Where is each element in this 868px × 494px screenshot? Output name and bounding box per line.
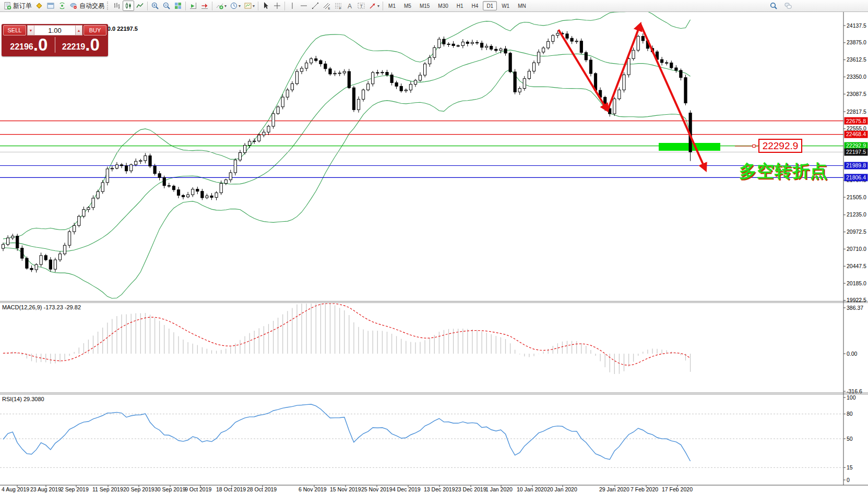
volume-down-button[interactable]: ▼ bbox=[27, 25, 34, 35]
candle bbox=[490, 46, 493, 50]
autotrading-label: 自动交易 bbox=[79, 2, 104, 10]
autotrading-button[interactable]: 自动交易 bbox=[68, 1, 106, 11]
periods-button[interactable]: ▾ bbox=[228, 1, 242, 11]
toolbar-separator bbox=[185, 2, 186, 10]
timeframe-m1[interactable]: M1 bbox=[385, 1, 399, 10]
one-click-trading-panel: SELL ▼ ▲ BUY 22196 .0 22219 .0 bbox=[2, 24, 108, 56]
timeframe-m30[interactable]: M30 bbox=[434, 1, 451, 10]
candle bbox=[44, 256, 47, 260]
vertical-line-button[interactable] bbox=[287, 1, 298, 11]
date-label: 29 Jan 2020 bbox=[599, 486, 629, 492]
add-indicator-button[interactable]: ▾ bbox=[214, 1, 228, 11]
volume-control: ▼ ▲ bbox=[27, 25, 82, 35]
data-window-button[interactable] bbox=[45, 1, 56, 11]
cursor-icon bbox=[261, 2, 270, 10]
time-axis[interactable]: 4 Aug 201923 Aug 20192 Sep 201911 Sep 20… bbox=[2, 485, 693, 492]
buy-button[interactable]: BUY bbox=[84, 25, 106, 35]
candle bbox=[97, 191, 99, 198]
price-flag-label[interactable]: 22292.9 bbox=[758, 139, 802, 153]
search-icon bbox=[769, 2, 778, 10]
candle bbox=[125, 166, 128, 171]
crosshair-button[interactable] bbox=[271, 1, 283, 11]
horizontal-line-button[interactable] bbox=[298, 1, 310, 11]
candle bbox=[566, 34, 568, 38]
candle bbox=[372, 73, 374, 84]
trend-line-button[interactable] bbox=[310, 1, 321, 11]
candle bbox=[281, 97, 284, 107]
candles bbox=[2, 31, 692, 273]
equidistant-channel-button[interactable]: E bbox=[321, 1, 332, 11]
toolbar-separator bbox=[212, 2, 212, 10]
date-label: 2 Sep 2019 bbox=[61, 486, 89, 492]
arrow-objects-button[interactable]: ▾ bbox=[367, 1, 381, 11]
date-label: 30 Sep 2019 bbox=[154, 486, 186, 492]
toolbar-separator bbox=[258, 2, 258, 10]
candle bbox=[461, 42, 464, 46]
timeframe-mn[interactable]: MN bbox=[514, 1, 530, 10]
timeframe-m5[interactable]: M5 bbox=[400, 1, 415, 10]
buy-price[interactable]: 22219 .0 bbox=[55, 35, 107, 54]
candle bbox=[168, 186, 170, 186]
macd-label: MACD(12,26,9) -173.23 -29.82 bbox=[2, 304, 81, 310]
candle bbox=[192, 189, 194, 195]
sell-price[interactable]: 22196 .0 bbox=[3, 35, 55, 54]
candle bbox=[589, 60, 592, 74]
svg-text:24137.5: 24137.5 bbox=[847, 22, 866, 29]
auto-scroll-button[interactable] bbox=[187, 1, 199, 11]
chart-area[interactable]: 24137.523875.023612.523350.023087.522817… bbox=[0, 12, 868, 494]
date-label: 18 Oct 2019 bbox=[216, 486, 246, 492]
new-order-button[interactable]: 新订单 bbox=[2, 1, 33, 11]
timeframe-w1[interactable]: W1 bbox=[498, 1, 513, 10]
candle bbox=[585, 53, 587, 60]
line-chart-button[interactable] bbox=[134, 1, 146, 11]
candle bbox=[381, 73, 384, 73]
candle bbox=[172, 186, 175, 190]
candle bbox=[509, 53, 512, 72]
candle bbox=[16, 236, 19, 248]
sell-button[interactable]: SELL bbox=[3, 25, 26, 35]
text-button[interactable]: A bbox=[344, 1, 355, 11]
candle bbox=[26, 258, 28, 268]
search-button[interactable] bbox=[768, 1, 779, 11]
svg-text:23612.5: 23612.5 bbox=[847, 56, 866, 63]
candle bbox=[618, 90, 621, 99]
timeframe-h1[interactable]: H1 bbox=[453, 1, 467, 10]
candle bbox=[537, 52, 540, 63]
horizontal-line-icon bbox=[300, 2, 308, 10]
market-watch-button[interactable] bbox=[33, 1, 45, 11]
cursor-button[interactable] bbox=[260, 1, 271, 11]
bar-chart-button[interactable] bbox=[111, 1, 123, 11]
trend-arrows[interactable] bbox=[558, 24, 758, 170]
candle bbox=[295, 71, 298, 84]
tile-windows-button[interactable] bbox=[172, 1, 184, 11]
candle bbox=[452, 44, 455, 45]
timeframe-h4[interactable]: H4 bbox=[468, 1, 482, 10]
candle bbox=[253, 141, 256, 141]
trend-arrow[interactable] bbox=[608, 24, 640, 111]
community-button[interactable] bbox=[782, 1, 794, 11]
volume-up-button[interactable]: ▲ bbox=[75, 25, 82, 35]
trend-arrow[interactable] bbox=[558, 30, 608, 111]
navigator-button[interactable] bbox=[56, 1, 68, 11]
text-label-button[interactable]: T bbox=[355, 1, 367, 11]
candle bbox=[556, 33, 559, 35]
buy-price-frac: .0 bbox=[85, 37, 100, 53]
price-axis[interactable]: 24137.523875.023612.523350.023087.522817… bbox=[843, 22, 868, 483]
sell-price-frac: .0 bbox=[33, 37, 48, 53]
zoom-out-button[interactable] bbox=[161, 1, 172, 11]
svg-text:23350.0: 23350.0 bbox=[847, 74, 866, 80]
zoom-in-button[interactable] bbox=[149, 1, 161, 11]
signal-icon bbox=[58, 2, 66, 10]
fibonacci-button[interactable]: F bbox=[332, 1, 344, 11]
templates-button[interactable]: ▾ bbox=[242, 1, 256, 11]
candle bbox=[457, 46, 459, 46]
chart-shift-button[interactable] bbox=[199, 1, 210, 11]
auto-scroll-icon bbox=[189, 2, 197, 10]
volume-input[interactable] bbox=[34, 25, 75, 35]
sell-price-main: 22196 bbox=[10, 41, 33, 53]
date-label: 15 Nov 2019 bbox=[330, 486, 361, 492]
svg-text:20447.5: 20447.5 bbox=[847, 263, 866, 269]
candlestick-chart-button[interactable] bbox=[123, 1, 134, 11]
timeframe-d1[interactable]: D1 bbox=[483, 1, 497, 10]
timeframe-m15[interactable]: M15 bbox=[416, 1, 433, 10]
